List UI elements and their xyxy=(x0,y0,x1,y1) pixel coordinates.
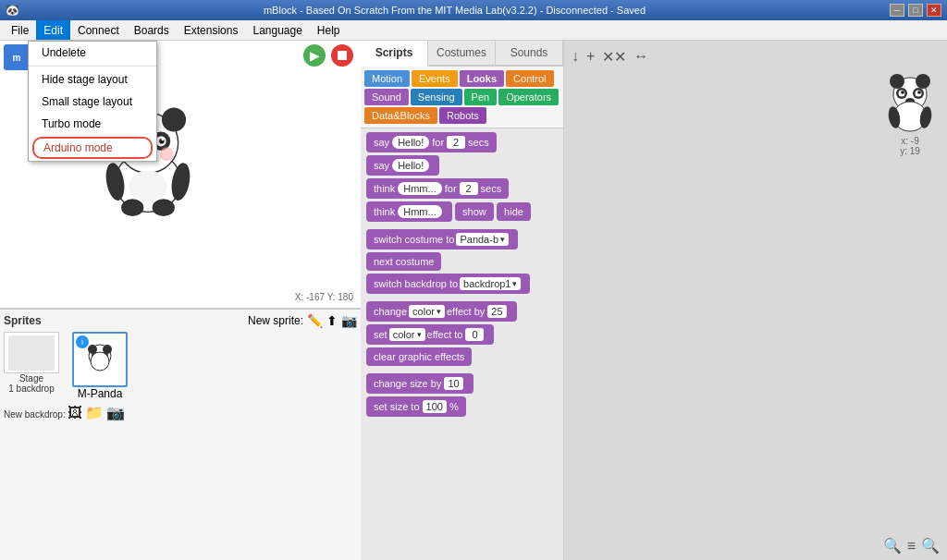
stage-panda-preview: x: -9 y: 19 xyxy=(882,68,938,156)
svg-point-31 xyxy=(91,352,109,371)
paint-sprite-button[interactable]: ✏️ xyxy=(307,313,323,328)
fullscreen-tool[interactable]: ✕✕ xyxy=(602,48,626,66)
block-for2-label: for xyxy=(445,183,457,194)
logo-text: m xyxy=(13,53,21,63)
zoom-reset-button[interactable]: ≡ xyxy=(907,538,916,554)
upload-backdrop-button[interactable]: 📁 xyxy=(85,404,104,421)
block-show[interactable]: show xyxy=(455,202,494,221)
block-set-size-input[interactable]: 100 xyxy=(423,400,447,413)
tab-costumes[interactable]: Costumes xyxy=(428,41,496,65)
block-costume-dropdown[interactable]: Panda-b xyxy=(456,233,509,246)
close-button[interactable]: ✕ xyxy=(927,4,941,17)
block-think-hmm[interactable]: think Hmm... xyxy=(366,201,452,222)
photo-sprite-button[interactable]: 📷 xyxy=(341,313,357,328)
zoom-in-button[interactable]: 🔍 xyxy=(921,537,940,554)
block-set-size[interactable]: set size to 100 % xyxy=(366,396,466,417)
zoom-controls: 🔍 ≡ 🔍 xyxy=(883,537,940,554)
cat-events[interactable]: Events xyxy=(412,70,458,87)
block-say-hello-oval: Hello! xyxy=(392,136,429,149)
minimize-button[interactable]: ─ xyxy=(890,4,904,17)
cat-pen[interactable]: Pen xyxy=(464,89,498,105)
sprites-panel: Sprites New sprite: ✏️ ⬆ 📷 Stage 1 backd… xyxy=(0,309,361,560)
svg-point-39 xyxy=(901,91,904,94)
block-switch-backdrop-label: switch backdrop to xyxy=(374,278,458,289)
block-effect-dropdown[interactable]: color xyxy=(409,305,445,318)
cat-sound[interactable]: Sound xyxy=(364,89,409,105)
sprite-info-icon[interactable]: i xyxy=(76,335,89,348)
block-clear-effects[interactable]: clear graphic effects xyxy=(366,347,472,366)
block-set-effect[interactable]: set color effect to 0 xyxy=(366,324,494,345)
svg-rect-0 xyxy=(338,51,347,60)
block-set-effect-label: effect to xyxy=(427,329,463,340)
tab-sounds[interactable]: Sounds xyxy=(496,41,563,65)
svg-rect-21 xyxy=(8,335,55,371)
menu-language[interactable]: Language xyxy=(245,20,309,40)
svg-point-33 xyxy=(890,74,904,89)
cat-operators[interactable]: Operators xyxy=(498,89,559,105)
stage-item-label: Stage xyxy=(19,373,43,383)
stop-button[interactable] xyxy=(331,44,353,67)
menu-edit[interactable]: Edit xyxy=(36,20,70,40)
menu-undelete[interactable]: Undelete xyxy=(29,42,156,64)
right-panel: ↓ + ✕✕ ↔ x: -9 xyxy=(564,41,947,560)
menu-hide-stage[interactable]: Hide stage layout xyxy=(29,68,156,91)
block-say-hello-secs[interactable]: say Hello! for 2 secs xyxy=(366,132,497,152)
maximize-button[interactable]: □ xyxy=(908,4,923,17)
cat-motion[interactable]: Motion xyxy=(364,70,410,87)
coords-display: X: -167 Y: 180 xyxy=(291,290,357,304)
paint-backdrop-button[interactable]: 🖼 xyxy=(68,405,82,421)
cat-control[interactable]: Control xyxy=(506,70,553,87)
block-effect-amount-input[interactable]: 25 xyxy=(487,305,506,318)
cat-looks[interactable]: Looks xyxy=(460,70,504,87)
block-think2-label: think xyxy=(374,206,395,217)
upload-sprite-button[interactable]: ⬆ xyxy=(326,313,338,328)
cat-data[interactable]: Data&Blocks xyxy=(364,107,437,124)
block-secs-input[interactable]: 2 xyxy=(447,136,465,149)
block-set-effect-input[interactable]: 0 xyxy=(465,328,484,341)
block-switch-costume[interactable]: switch costume to Panda-b xyxy=(366,229,518,250)
menu-extensions[interactable]: Extensions xyxy=(177,20,246,40)
block-change-size[interactable]: change size by 10 xyxy=(366,373,474,394)
block-switch-costume-label: switch costume to xyxy=(374,234,454,245)
svg-point-15 xyxy=(160,147,174,161)
block-secs2-label: secs xyxy=(481,183,502,194)
new-sprite-controls: New sprite: ✏️ ⬆ 📷 xyxy=(248,313,357,328)
block-hide[interactable]: hide xyxy=(497,202,531,221)
block-think-secs-input[interactable]: 2 xyxy=(460,182,478,195)
stage-item[interactable]: Stage 1 backdrop xyxy=(4,332,59,394)
download-tool[interactable]: ↓ xyxy=(572,48,579,66)
categories-panel: Motion Events Looks Control Sound Sensin… xyxy=(361,67,563,128)
block-set-effect-dropdown[interactable]: color xyxy=(389,328,425,341)
menu-arduino-mode[interactable]: Arduino mode xyxy=(32,137,153,159)
dropdown-separator-1 xyxy=(29,66,156,67)
block-change-size-input[interactable]: 10 xyxy=(444,377,462,390)
green-flag-button[interactable]: ▶ xyxy=(303,44,326,67)
zoom-out-button[interactable]: 🔍 xyxy=(883,537,902,554)
add-tool[interactable]: + xyxy=(586,48,595,66)
block-change-effect[interactable]: change color effect by 25 xyxy=(366,301,517,322)
cat-sensing[interactable]: Sensing xyxy=(411,89,462,105)
block-show-label: show xyxy=(462,206,486,217)
menu-connect[interactable]: Connect xyxy=(70,20,127,40)
svg-point-20 xyxy=(153,199,175,216)
svg-point-4 xyxy=(162,107,186,131)
block-backdrop-dropdown[interactable]: backdrop1 xyxy=(460,277,521,290)
expand-tool[interactable]: ↔ xyxy=(633,48,648,66)
block-switch-backdrop[interactable]: switch backdrop to backdrop1 xyxy=(366,274,530,294)
block-think-oval: Hmm... xyxy=(398,182,441,195)
sprite-mpanda[interactable]: i M xyxy=(72,332,128,400)
block-clear-effects-label: clear graphic effects xyxy=(374,351,464,362)
block-think-hmm-secs[interactable]: think Hmm... for 2 secs xyxy=(366,178,509,199)
cat-robots[interactable]: Robots xyxy=(439,107,486,124)
menu-small-stage[interactable]: Small stage layout xyxy=(29,91,156,113)
menu-help[interactable]: Help xyxy=(310,20,348,40)
menu-turbo-mode[interactable]: Turbo mode xyxy=(29,113,156,135)
photo-backdrop-button[interactable]: 📷 xyxy=(106,404,125,421)
menu-boards[interactable]: Boards xyxy=(127,20,177,40)
tab-scripts[interactable]: Scripts xyxy=(361,41,428,67)
block-say-hello[interactable]: say Hello! xyxy=(366,155,439,176)
sprites-header: Sprites New sprite: ✏️ ⬆ 📷 xyxy=(4,313,357,328)
menu-file[interactable]: File xyxy=(4,20,36,40)
block-change-size-label: change size by xyxy=(374,378,441,389)
block-next-costume[interactable]: next costume xyxy=(366,252,441,271)
